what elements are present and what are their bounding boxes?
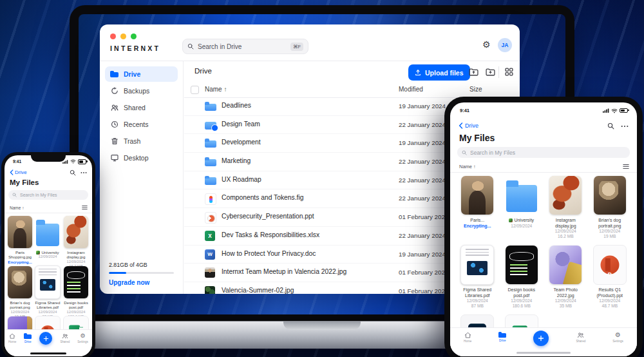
file-size: 19 MB (589, 234, 631, 239)
back-label: Drive (15, 169, 27, 175)
home-icon (9, 333, 15, 339)
file-name: Dev Tasks & Responsibilities.xlsx (222, 231, 319, 238)
file-type-icon (205, 231, 215, 241)
sidebar-item-desktop[interactable]: Desktop (105, 150, 178, 166)
grid-file-item[interactable]: Brian's dog portrait.png 12/09/2024 19 M… (589, 175, 631, 244)
sort-arrow-icon: ↑ (22, 206, 24, 210)
file-thumbnail (64, 216, 88, 248)
list-view-icon[interactable] (623, 164, 629, 169)
back-to-drive[interactable]: Drive (459, 122, 478, 129)
column-modified[interactable]: Modified (399, 86, 423, 93)
grid-file-item[interactable]: University 12/09/2024 (35, 215, 61, 265)
file-thumbnail (8, 216, 32, 248)
sidebar-item-trash[interactable]: Trash (105, 133, 178, 149)
search-my-files-input[interactable]: Search in My Files (457, 147, 630, 158)
file-date: 12/09/2024 (457, 298, 498, 304)
sidebar-item-label: Desktop (124, 154, 149, 162)
upload-folder-button[interactable] (469, 68, 478, 76)
more-menu-icon[interactable] (80, 171, 87, 174)
grid-file-item[interactable]: University 12/09/2024 (501, 175, 543, 244)
sidebar-item-backups[interactable]: Backups (105, 83, 178, 99)
nav-home[interactable]: Home (8, 333, 16, 343)
sidebar-item-label: Shared (124, 104, 146, 111)
breadcrumb[interactable]: Drive (194, 67, 212, 75)
sort-row: Name ↑ (10, 205, 88, 210)
settings-gear-icon: ⚙ (615, 332, 621, 338)
back-label: Drive (465, 122, 478, 129)
select-all-checkbox[interactable] (191, 86, 199, 94)
grid-view-toggle[interactable] (505, 68, 513, 76)
sidebar-item-shared[interactable]: Shared (105, 100, 178, 115)
grid-file-item[interactable]: Paris... Encrypting... (457, 175, 498, 244)
status-time: 9:41 (13, 159, 21, 164)
file-date: 12/09/2024 (63, 310, 89, 314)
grid-file-item[interactable]: Instagram display.jpg 12/09/2024 16.2 MB (63, 215, 89, 265)
grid-file-item[interactable]: Design books post.pdf 12/09/2024 180.6 M… (501, 244, 543, 314)
file-name: Figma Shared Libraries.pdf (35, 300, 61, 310)
file-date: 12/09/2024 (8, 310, 32, 314)
minimize-window-button[interactable] (120, 34, 126, 39)
storage-widget: 2.81GB of 4GB Upgrade now (109, 262, 174, 286)
file-name: Deadlines (222, 102, 251, 109)
nav-drive[interactable]: Drive (24, 333, 32, 343)
sort-by-name[interactable]: Name ↑ (459, 164, 476, 169)
nav-settings[interactable]: ⚙ Settings (77, 333, 88, 343)
drive-search-input[interactable]: Search in Drive ⌘F (182, 39, 308, 54)
file-date: 12/09/2024 (545, 229, 587, 234)
upgrade-now-link[interactable]: Upgrade now (109, 279, 174, 286)
grid-file-item[interactable]: Team Photo 2022.jpg 12/09/2024 35 MB (545, 244, 587, 314)
settings-gear-icon[interactable]: ⚙ (482, 40, 491, 49)
file-date: 12/09/2024 (35, 310, 61, 314)
add-new-button[interactable] (533, 331, 549, 346)
search-shortcut-badge: ⌘F (290, 43, 303, 51)
search-icon[interactable] (70, 169, 76, 176)
tablet-screen: 9:41 Drive My Files Search in My Files (450, 102, 637, 356)
search-placeholder: Search in My Files (470, 150, 515, 156)
close-window-button[interactable] (110, 34, 116, 39)
grid-file-item[interactable]: Paris Shopping.jpg Encrypting... (8, 215, 32, 265)
file-name: Instagram display.jpg (545, 218, 587, 229)
nav-shared[interactable]: Shared (60, 333, 70, 343)
add-new-button[interactable] (39, 332, 52, 345)
file-size: 35 MB (545, 304, 587, 309)
sidebar-item-recents[interactable]: Recents (105, 117, 178, 132)
grid-file-item[interactable]: Figma Shared Libraries.pdf 12/09/2024 87… (35, 265, 61, 315)
user-avatar[interactable]: JA (498, 38, 512, 52)
file-size: 16.2 MB (545, 234, 587, 239)
grid-file-item[interactable]: Design books post.pdf 12/09/2024 180.6 M… (63, 265, 89, 315)
sidebar-item-drive[interactable]: Drive (105, 66, 178, 82)
new-folder-button[interactable] (486, 68, 495, 76)
search-icon[interactable] (607, 122, 614, 130)
plus-icon (43, 336, 49, 342)
zoom-window-button[interactable] (131, 34, 137, 39)
more-menu-icon[interactable] (621, 125, 629, 128)
sort-arrow-icon: ↑ (473, 164, 476, 169)
file-date: 12/09/2024 (501, 298, 543, 304)
grid-file-item[interactable]: Results Q1 (Product).ppt 12/09/2024 48.7… (589, 244, 631, 314)
file-type-icon (205, 249, 215, 260)
nav-settings[interactable]: ⚙ Settings (612, 332, 623, 343)
file-thumbnail (35, 216, 60, 248)
sort-row: Name ↑ (459, 164, 629, 169)
nav-shared[interactable]: Shared (576, 332, 585, 343)
column-name[interactable]: Name ↑ (205, 86, 227, 93)
sidebar-item-label: Drive (124, 70, 140, 78)
search-placeholder: Search in Drive (198, 43, 287, 50)
back-to-drive[interactable]: Drive (10, 169, 27, 175)
home-indicator[interactable] (516, 352, 571, 354)
upload-files-button[interactable]: Upload files (408, 64, 470, 81)
internxt-logo: INTERNXT (110, 44, 160, 52)
column-size[interactable]: Size (469, 86, 482, 93)
nav-drive[interactable]: Drive (498, 332, 506, 342)
list-view-icon[interactable] (82, 205, 88, 210)
file-name: UX Roadmap (222, 176, 261, 183)
grid-file-item[interactable]: Figma Shared Libraries.pdf 12/09/2024 87… (457, 244, 498, 314)
wifi-icon (611, 108, 618, 113)
search-my-files-input[interactable]: Search in My Files (8, 190, 88, 200)
home-indicator[interactable] (30, 352, 66, 354)
file-type-icon (205, 176, 216, 185)
nav-home[interactable]: Home (464, 332, 471, 343)
grid-file-item[interactable]: Brian's dog portrait.png 12/09/2024 19 M… (8, 265, 32, 315)
grid-file-item[interactable]: Instagram display.jpg 12/09/2024 16.2 MB (545, 175, 587, 244)
sort-by-name[interactable]: Name ↑ (10, 206, 24, 210)
